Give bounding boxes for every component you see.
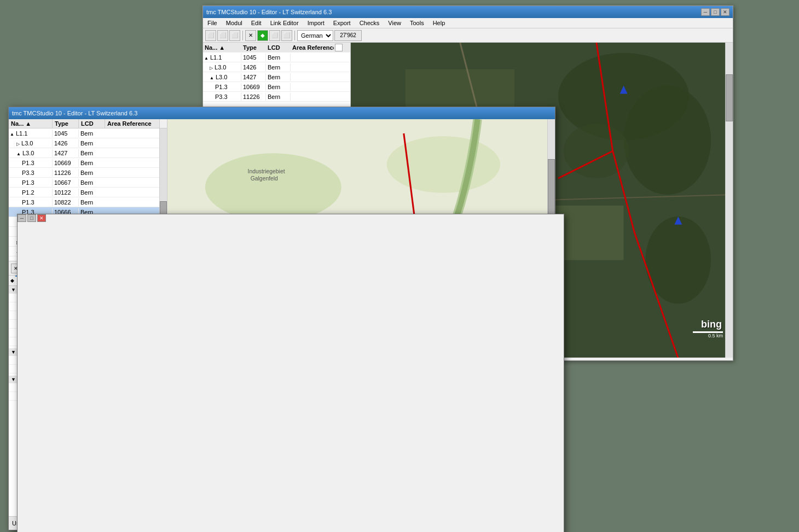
main-window: tmc TMCStudio 10 - Editor - LT Switzerla… <box>8 107 555 530</box>
main-window-title: tmc TMCStudio 10 - Editor - LT Switzerla… <box>12 110 137 116</box>
bg-menu-export[interactable]: Export <box>331 19 353 27</box>
bg-window-title: tmc TMCStudio 10 - Editor - LT Switzerla… <box>206 9 332 15</box>
table-header-row: Na... ▲ Type LCD Area Reference <box>9 119 167 128</box>
main-close-btn[interactable]: ✕ <box>37 214 46 222</box>
th-lcd: LCD <box>79 119 105 128</box>
th-scroll-space <box>159 119 167 128</box>
main-title-bar: tmc TMCStudio 10 - Editor - LT Switzerla… <box>9 107 555 119</box>
bg-th-type: Type <box>241 44 266 51</box>
bg-tb-btn3[interactable]: ⬜ <box>229 30 240 41</box>
bg-win-controls: ─ □ ✕ <box>701 8 729 16</box>
bg-tb-btn4[interactable]: ✕ <box>245 30 256 41</box>
bg-row-0[interactable]: ▲ L1.1 1045 Bern <box>203 52 350 62</box>
tree-row-2[interactable]: ▲ L3.0 1427 Bern <box>9 148 167 158</box>
bg-tb-btn6[interactable]: ⬜ <box>281 30 292 41</box>
tree-row-7[interactable]: P1.3 10822 Bern <box>9 197 167 207</box>
bg-row-1[interactable]: ▷ L3.0 1426 Bern <box>203 62 350 72</box>
main-maximize-btn[interactable]: □ <box>27 214 36 222</box>
bg-tb-btn2[interactable]: ⬜ <box>217 30 228 41</box>
bg-menu-edit[interactable]: Edit <box>249 19 264 27</box>
bg-menu-help[interactable]: Help <box>431 19 448 27</box>
bg-menu-checks[interactable]: Checks <box>357 19 382 27</box>
bg-tb-diamond[interactable]: ◆ <box>257 30 268 41</box>
bg-table-header: Na... ▲ Type LCD Area Reference <box>203 43 350 52</box>
bg-menu-modul[interactable]: Modul <box>224 19 245 27</box>
bg-menu-view[interactable]: View <box>386 19 403 27</box>
svg-point-12 <box>205 153 341 221</box>
th-area: Area Reference <box>105 119 159 128</box>
tree-row-1[interactable]: ▷ L3.0 1426 Bern <box>9 138 167 148</box>
bg-toolbar1: ⬜ ⬜ ⬜ ✕ ◆ ⬜ ⬜ German 27'962 <box>203 28 733 43</box>
bg-menu-file[interactable]: File <box>205 19 219 27</box>
tree-row-6[interactable]: P1.2 10122 Bern <box>9 188 167 197</box>
tree-row-3[interactable]: P1.3 10669 Bern <box>9 158 167 168</box>
bg-th-lcd: LCD <box>266 44 291 51</box>
bg-row-3[interactable]: P1.3 10669 Bern <box>203 82 350 92</box>
svg-text:Galgenfeld: Galgenfeld <box>251 176 278 182</box>
bg-sep1 <box>242 31 243 40</box>
tree-row-5[interactable]: P1.3 10667 Bern <box>9 178 167 188</box>
bg-row-2[interactable]: ▲ L3.0 1427 Bern <box>203 72 350 82</box>
bg-tree-table: Na... ▲ Type LCD Area Reference ▲ L1.1 1… <box>203 43 350 102</box>
bg-tb-btn1[interactable]: ⬜ <box>205 30 216 41</box>
bg-scroll-thumb-v[interactable] <box>726 74 733 121</box>
bg-title-bar: tmc TMCStudio 10 - Editor - LT Switzerla… <box>203 6 733 18</box>
svg-text:Industriegebiet: Industriegebiet <box>248 168 285 174</box>
map-scroll-thumb-v[interactable] <box>548 159 555 219</box>
bg-scroll-indicator <box>335 44 343 51</box>
bg-minimize-btn[interactable]: ─ <box>701 8 710 16</box>
tree-row-4[interactable]: P3.3 11226 Bern <box>9 168 167 178</box>
bg-sep2 <box>294 31 295 40</box>
svg-point-2 <box>624 86 711 195</box>
bg-language-select[interactable]: German <box>297 30 333 41</box>
svg-point-13 <box>387 136 500 193</box>
bg-scrollbar-v[interactable] <box>725 43 733 358</box>
main-win-controls: ─ □ ✕ <box>17 214 564 532</box>
main-minimize-btn[interactable]: ─ <box>18 214 26 222</box>
bg-tb-btn5[interactable]: ⬜ <box>269 30 280 41</box>
th-name: Na... ▲ <box>9 119 53 128</box>
tree-row-0[interactable]: ▲ L1.1 1045 Bern <box>9 128 167 138</box>
bg-row-4[interactable]: P3.3 11226 Bern <box>203 92 350 102</box>
bg-scale-bar: 0.5 km <box>693 331 723 338</box>
th-type: Type <box>53 119 79 128</box>
props-diamond-icon[interactable]: ◆ <box>9 276 15 285</box>
bg-menu-linkeditor[interactable]: Link Editor <box>268 19 301 27</box>
bg-menu-import[interactable]: Import <box>305 19 327 27</box>
bg-menu-tools[interactable]: Tools <box>408 19 426 27</box>
bg-zoom-input[interactable]: 27'962 <box>334 30 362 41</box>
bg-menu-bar: File Modul Edit Link Editor Import Expor… <box>203 18 733 28</box>
bg-maximize-btn[interactable]: □ <box>711 8 720 16</box>
bg-th-area: Area Reference <box>291 44 334 51</box>
bg-th-name: Na... ▲ <box>203 44 241 51</box>
bg-close-btn[interactable]: ✕ <box>721 8 729 16</box>
bg-bing-logo: bing <box>701 319 722 330</box>
